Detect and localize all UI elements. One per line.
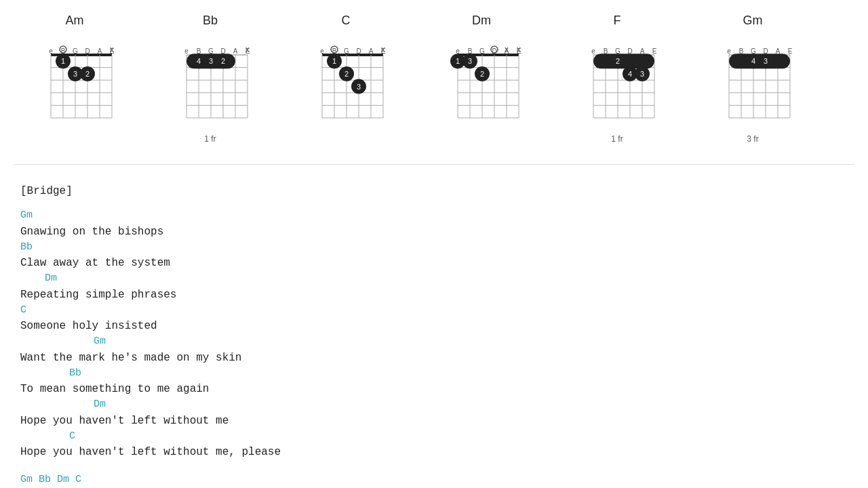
svg-text:2: 2	[221, 57, 225, 65]
fret-label: 3 fr	[705, 134, 800, 144]
svg-text:E: E	[652, 47, 657, 55]
chord-name: Dm	[472, 14, 491, 28]
chord-line: Bb	[20, 240, 854, 256]
svg-text:x: x	[381, 45, 385, 54]
lyric-text-line: Gnawing on the bishops	[20, 224, 854, 240]
svg-text:3: 3	[209, 57, 213, 65]
chord-svg: eBGDAE132x	[27, 33, 122, 128]
chord-line: Bb	[20, 366, 854, 382]
chord-diagram-gm: GmeBGDAE433 fr	[705, 14, 800, 144]
chord-diagram-am: AmeBGDAE132x	[27, 14, 122, 144]
svg-text:4: 4	[751, 57, 755, 65]
lyric-text-line: Hope you haven't left without me, please	[20, 444, 854, 460]
svg-text:3: 3	[764, 57, 768, 65]
footer-chords: Gm Bb Dm C	[20, 474, 854, 485]
lyric-text-line: Claw away at the system	[20, 255, 854, 271]
chord-diagram-c: CeBGDAE123x	[298, 14, 393, 144]
svg-text:x: x	[505, 45, 509, 54]
chords-row: AmeBGDAE132xBbeBGDAE432x1 frCeBGDAE123xD…	[14, 14, 854, 144]
chord-grid-wrapper: eBGDAE132xx	[434, 33, 529, 131]
svg-text:x: x	[245, 45, 250, 54]
lyric-text-line: Hope you haven't left without me	[20, 413, 854, 429]
chord-line: C	[20, 303, 854, 319]
chord-svg: eBGDAE43	[705, 33, 800, 128]
svg-text:e: e	[727, 47, 731, 55]
svg-text:4: 4	[628, 70, 632, 78]
chord-grid-wrapper: eBGDAE123x	[298, 33, 393, 131]
main-container: AmeBGDAE132xBbeBGDAE432x1 frCeBGDAE123xD…	[14, 14, 854, 485]
chord-diagram-f: FeBGDAE2431 fr	[570, 14, 665, 144]
chord-diagram-dm: DmeBGDAE132xx	[434, 14, 529, 144]
fret-label: 1 fr	[570, 134, 665, 144]
chord-diagram-bb: BbeBGDAE432x1 fr	[163, 14, 258, 144]
chord-grid-wrapper: eBGDAE132x	[27, 33, 122, 131]
chord-line: Gm	[20, 208, 854, 224]
svg-text:x: x	[517, 45, 521, 54]
svg-text:1: 1	[61, 57, 65, 65]
chord-svg: eBGDAE132xx	[434, 33, 529, 128]
chord-svg: eBGDAE432x	[163, 33, 258, 128]
svg-text:3: 3	[640, 70, 644, 78]
svg-text:3: 3	[73, 70, 77, 78]
lyric-text-line: To mean something to me again	[20, 381, 854, 397]
svg-text:4: 4	[197, 57, 201, 65]
chord-line: Dm	[20, 397, 854, 413]
lyric-text-line: Repeating simple phrases	[20, 287, 854, 303]
chord-name: Gm	[743, 14, 763, 28]
svg-text:3: 3	[357, 83, 361, 91]
svg-text:2: 2	[616, 57, 620, 65]
chord-name: Bb	[203, 14, 218, 28]
fret-label: 1 fr	[163, 134, 258, 144]
svg-text:3: 3	[468, 57, 472, 65]
svg-text:1: 1	[332, 57, 336, 65]
chord-name: F	[614, 14, 621, 28]
chord-grid-wrapper: eBGDAE433 fr	[705, 33, 800, 144]
svg-text:2: 2	[85, 70, 90, 78]
svg-text:e: e	[184, 47, 189, 55]
section-label: [Bridge]	[20, 185, 854, 197]
chord-svg: eBGDAE243	[570, 33, 665, 128]
svg-text:E: E	[788, 47, 793, 55]
chord-grid-wrapper: eBGDAE432x1 fr	[163, 33, 258, 144]
svg-text:2: 2	[344, 70, 349, 78]
svg-text:A: A	[233, 47, 238, 55]
chord-line: Dm	[20, 271, 854, 287]
lyrics-section: [Bridge] GmGnawing on the bishopsBbClaw …	[14, 178, 854, 485]
chord-svg: eBGDAE123x	[298, 33, 393, 128]
svg-text:1: 1	[456, 57, 460, 65]
svg-text:e: e	[591, 47, 595, 55]
chord-line: Gm	[20, 334, 854, 350]
chord-name: C	[342, 14, 351, 28]
chord-grid-wrapper: eBGDAE2431 fr	[570, 33, 665, 144]
lyric-text-line: Want the mark he's made on my skin	[20, 350, 854, 366]
chord-name: Am	[66, 14, 84, 28]
lyrics-container: GmGnawing on the bishopsBbClaw away at t…	[20, 208, 854, 460]
lyric-text-line: Someone holy insisted	[20, 318, 854, 334]
svg-text:x: x	[110, 45, 114, 54]
section-divider	[14, 164, 854, 165]
svg-text:2: 2	[480, 70, 484, 78]
chord-line: C	[20, 429, 854, 445]
